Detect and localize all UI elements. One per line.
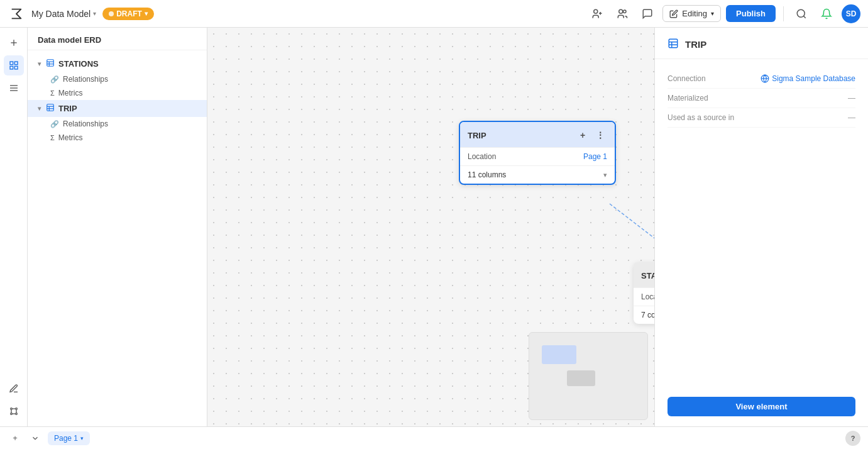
trip-location-link[interactable]: Page 1 [583,152,607,161]
right-panel-title: TRIP [685,39,706,50]
connection-row: Connection Sigma Sample Database [667,69,855,89]
svg-point-16 [10,408,12,410]
svg-rect-12 [14,66,18,69]
svg-point-17 [15,408,17,410]
topbar: My Data Model ▾ DRAFT ▾ Editing ▾ Publis… [0,0,868,28]
trip-columns-label: 11 columns [468,170,506,179]
model-sidebar: Data model ERD ▾ STATIONS 🔗 Relationship… [28,28,207,426]
trip-card[interactable]: TRIP + ⋮ Location Page 1 11 columns ▾ [459,121,616,185]
view-element-button[interactable]: View element [667,397,855,416]
right-panel-body: Connection Sigma Sample Database Materia… [655,59,868,387]
stations-columns-label: 7 columns [641,311,654,319]
editing-button[interactable]: Editing ▾ [662,5,721,22]
svg-line-32 [610,204,654,267]
right-panel-table-icon [667,38,679,51]
svg-point-18 [10,413,12,415]
trip-relationships-item[interactable]: 🔗 Relationships [28,117,207,131]
sidebar-data-model-button[interactable] [4,55,24,75]
sidebar-content: ▾ STATIONS 🔗 Relationships Σ Metrics [28,50,207,426]
connection-value[interactable]: Sigma Sample Database [761,74,855,83]
trip-table-icon [46,103,55,114]
trip-card-more-icon[interactable]: ⋮ [593,128,607,142]
search-button[interactable] [791,4,811,24]
svg-point-0 [594,9,598,13]
trip-card-footer[interactable]: 11 columns ▾ [460,165,615,184]
chat-button[interactable] [637,4,657,24]
svg-line-6 [803,16,805,18]
svg-rect-33 [669,39,678,48]
svg-point-4 [624,10,627,13]
svg-rect-28 [47,104,54,111]
trip-card-add-icon[interactable]: + [576,128,590,142]
tree-group-trip: ▾ TRIP 🔗 Relationships Σ Metrics [28,100,207,145]
stations-relationships-icon: 🔗 [50,75,59,84]
stations-chevron: ▾ [38,60,41,67]
svg-rect-10 [14,62,18,65]
tree-group-trip-header[interactable]: ▾ TRIP [28,100,207,117]
add-user-button[interactable] [587,4,607,24]
right-panel-header: TRIP [655,28,868,59]
sidebar-title: Data model ERD [28,28,207,50]
mini-map-trip [542,345,576,364]
sidebar-connections-button[interactable] [4,401,24,421]
trip-card-actions: + ⋮ [576,128,607,142]
materialized-label: Materialized [667,94,708,103]
stations-card[interactable]: STATIONS + ⋮ Location Page 1 7 columns ▾ [634,262,654,324]
sidebar-menu-button[interactable] [4,78,24,98]
svg-rect-9 [10,62,13,65]
model-name[interactable]: My Data Model ▾ [31,9,96,19]
stations-card-location-row: Location Page 1 [634,287,654,306]
draft-badge[interactable]: DRAFT ▾ [102,8,154,20]
notification-button[interactable] [816,4,837,24]
topbar-right: Editing ▾ Publish SD [587,4,860,24]
materialized-value: — [848,94,855,103]
trip-metrics-icon: Σ [50,134,55,141]
svg-point-19 [15,413,17,415]
stations-card-title: STATIONS [641,271,654,280]
trip-label: TRIP [58,104,77,113]
icon-sidebar [0,28,28,426]
trip-metrics-item[interactable]: Σ Metrics [28,131,207,145]
stations-location-label: Location [641,292,654,301]
stations-metrics-item[interactable]: Σ Metrics [28,86,207,100]
page-1-tab[interactable]: Page 1 ▾ [48,431,90,445]
mini-map-stations [567,370,595,386]
svg-rect-11 [10,66,13,69]
used-as-source-value: — [848,113,855,122]
connection-label: Connection [667,74,706,83]
avatar[interactable]: SD [842,4,860,23]
tree-group-stations: ▾ STATIONS 🔗 Relationships Σ Metrics [28,55,207,100]
stations-card-footer[interactable]: 7 columns ▾ [634,306,654,324]
trip-columns-chevron: ▾ [603,171,607,179]
trip-relationships-icon: 🔗 [50,120,59,128]
right-panel: TRIP Connection Sigma Sample Database Ma… [654,28,868,426]
stations-metrics-icon: Σ [50,89,55,97]
stations-table-icon [46,58,55,69]
bottom-bar: + Page 1 ▾ ? [0,426,868,449]
trip-location-label: Location [468,152,496,161]
trip-card-location-row: Location Page 1 [460,147,615,165]
help-button[interactable]: ? [845,431,860,446]
svg-point-5 [797,9,805,17]
sidebar-pencil-button[interactable] [4,379,24,399]
canvas-area[interactable]: TRIP + ⋮ Location Page 1 11 columns ▾ ST… [207,28,654,426]
stations-card-header: STATIONS + ⋮ [634,262,654,287]
users-button[interactable] [612,4,632,24]
stations-relationships-item[interactable]: 🔗 Relationships [28,72,207,86]
main-layout: Data model ERD ▾ STATIONS 🔗 Relationship… [0,28,868,426]
trip-card-title: TRIP [468,131,486,140]
used-as-source-label: Used as a source in [667,113,734,122]
add-page-button[interactable]: + [8,431,23,446]
page-options-button[interactable] [28,431,43,446]
sidebar-add-button[interactable] [4,33,24,53]
trip-card-header: TRIP + ⋮ [460,122,615,147]
stations-label: STATIONS [58,59,99,69]
sigma-logo [8,5,25,23]
trip-chevron: ▾ [38,105,41,112]
used-as-source-row: Used as a source in — [667,108,855,128]
model-name-chevron: ▾ [93,10,96,17]
svg-rect-24 [47,60,54,67]
mini-map [529,332,648,420]
tree-group-stations-header[interactable]: ▾ STATIONS [28,55,207,72]
publish-button[interactable]: Publish [726,5,776,22]
